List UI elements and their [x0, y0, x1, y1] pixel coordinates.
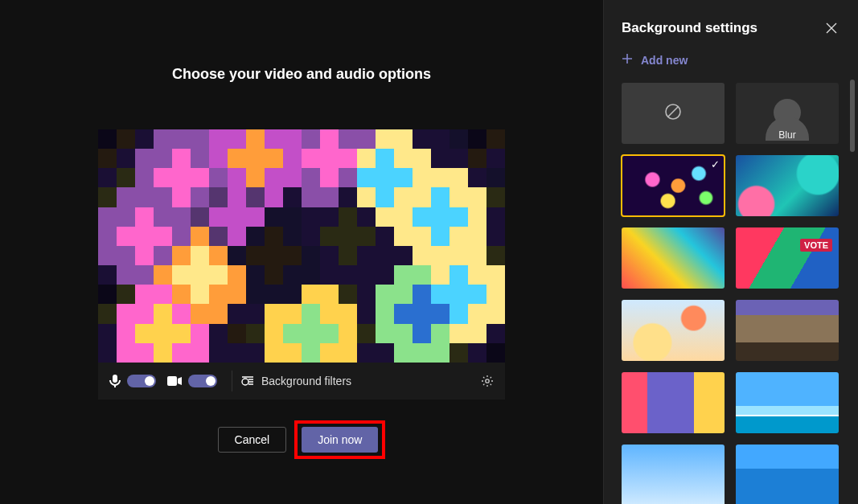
background-option-beach[interactable]	[736, 372, 839, 433]
background-grid-scroll: Blur ✓	[604, 80, 858, 504]
video-preview-container: Background filters	[98, 129, 505, 400]
blur-label: Blur	[778, 129, 795, 141]
cancel-button[interactable]: Cancel	[218, 427, 287, 453]
background-option-none[interactable]	[622, 83, 725, 144]
divider	[232, 371, 232, 391]
avatar-icon	[774, 99, 801, 126]
none-icon	[664, 103, 682, 124]
svg-point-2	[486, 379, 489, 383]
svg-rect-0	[167, 376, 177, 386]
background-option-celebration[interactable]	[622, 300, 725, 361]
add-new-label: Add new	[641, 54, 688, 67]
add-new-background-button[interactable]: Add new	[604, 45, 858, 80]
join-now-button[interactable]: Join now	[302, 427, 378, 453]
video-preview	[98, 129, 505, 363]
background-settings-panel: Background settings Add new	[603, 0, 858, 504]
background-option-blur[interactable]: Blur	[736, 83, 839, 144]
camera-toggle[interactable]	[188, 375, 217, 387]
microphone-icon	[109, 375, 121, 387]
footer-buttons: Cancel Join now	[218, 420, 386, 459]
background-option-waves[interactable]	[736, 155, 839, 216]
background-option-sea[interactable]	[736, 445, 839, 504]
background-option-sky[interactable]	[622, 445, 725, 504]
checkmark-icon: ✓	[711, 158, 720, 170]
background-option-shelves[interactable]	[622, 372, 725, 433]
camera-icon	[167, 376, 182, 386]
background-option-vote[interactable]	[736, 227, 839, 289]
panel-header: Background settings	[604, 0, 858, 45]
prejoin-panel: Choose your video and audio options Back…	[0, 0, 603, 504]
background-option-lights[interactable]: ✓	[622, 155, 725, 216]
device-control-bar: Background filters	[98, 363, 505, 400]
join-highlight: Join now	[294, 420, 385, 459]
background-grid: Blur ✓	[622, 83, 858, 504]
scrollbar[interactable]	[850, 80, 855, 152]
page-title: Choose your video and audio options	[172, 66, 431, 83]
app-root: Choose your video and audio options Back…	[0, 0, 858, 504]
background-option-abstract[interactable]	[622, 227, 725, 289]
background-filters-button[interactable]: Background filters	[261, 375, 481, 387]
background-filters-icon	[240, 375, 255, 387]
plus-icon	[622, 53, 633, 67]
svg-point-1	[242, 379, 248, 385]
close-panel-button[interactable]	[823, 19, 840, 37]
background-option-livingroom[interactable]	[736, 300, 839, 361]
microphone-toggle[interactable]	[127, 375, 156, 387]
panel-title: Background settings	[622, 20, 757, 36]
device-settings-button[interactable]	[481, 375, 494, 387]
